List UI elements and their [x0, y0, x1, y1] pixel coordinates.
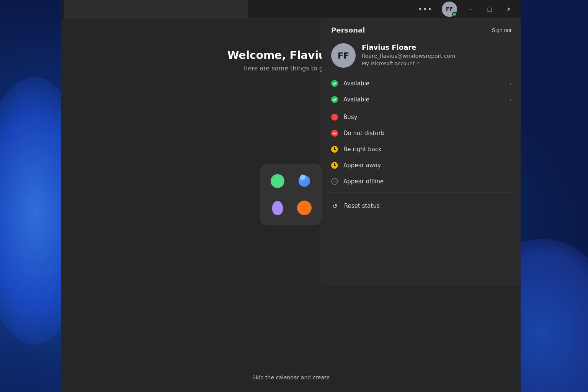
minimize-button[interactable]: –	[462, 3, 479, 15]
icon-cell-2	[292, 168, 317, 194]
clock-icon-brb	[331, 146, 338, 153]
window-controls: ••• FF – □ ✕	[413, 2, 518, 17]
icon-cell-3	[265, 195, 290, 220]
be-right-back-label: Be right back	[343, 146, 511, 153]
close-button[interactable]: ✕	[500, 3, 518, 15]
app-icon-grid	[260, 164, 322, 225]
status-item-available[interactable]: Available ›	[325, 91, 518, 108]
available-current-dot	[331, 80, 338, 87]
icon-cell-1	[265, 168, 290, 194]
title-bar: ••• FF – □ ✕	[61, 0, 521, 18]
panel-title: Personal	[331, 26, 365, 34]
available-dot	[331, 96, 338, 103]
user-info: Flavius Floare floare_flavius@windowsrep…	[362, 43, 455, 66]
chevron-right-icon-2: ›	[509, 96, 511, 103]
divider	[328, 193, 514, 193]
user-avatar: FF	[331, 43, 356, 68]
status-item-available-current[interactable]: Available ›	[325, 75, 518, 91]
reset-icon: ↺	[331, 202, 339, 210]
user-email: floare_flavius@windowsreport.com	[362, 53, 455, 59]
green-circle-icon	[271, 174, 284, 188]
available-label: Available	[343, 96, 504, 103]
maximize-button[interactable]: □	[481, 3, 498, 15]
checkmark-icon	[333, 82, 336, 85]
app-content: Welcome, Flavius Flo Here are some thing…	[61, 18, 521, 392]
dnd-label: Do not disturb	[343, 130, 511, 137]
microsoft-account-link[interactable]: My Microsoft account ↗	[362, 60, 455, 66]
profile-panel: Personal Sign out FF Flavius Floare floa…	[322, 18, 521, 286]
reset-status-button[interactable]: ↺ Reset status	[325, 198, 518, 214]
busy-label: Busy	[343, 114, 511, 121]
checkmark-icon-2	[333, 98, 336, 101]
status-item-appear-away[interactable]: Appear away	[325, 157, 518, 173]
icon-cell-4	[292, 195, 317, 220]
busy-dot	[331, 114, 338, 121]
orange-circle-icon	[297, 201, 312, 215]
status-item-appear-offline[interactable]: Appear offline	[325, 173, 518, 189]
status-current-section: Available › Available ›	[322, 75, 521, 108]
blue-circle-icon	[299, 175, 310, 187]
profile-avatar-button[interactable]: FF	[442, 2, 457, 17]
more-options-button[interactable]: •••	[413, 3, 437, 15]
appear-offline-label: Appear offline	[343, 178, 511, 185]
reset-status-label: Reset status	[344, 203, 380, 209]
app-window: ••• FF – □ ✕ Welcome, Flavius Flo Here a…	[61, 0, 521, 392]
available-current-label: Available	[343, 80, 504, 87]
avatar-initials: FF	[446, 6, 453, 12]
reset-status-section: ↺ Reset status	[322, 196, 521, 216]
user-profile-section: FF Flavius Floare floare_flavius@windows…	[322, 40, 521, 75]
appear-away-label: Appear away	[343, 162, 511, 169]
status-item-do-not-disturb[interactable]: Do not disturb	[325, 125, 518, 141]
status-options-section: Busy Do not disturb Be right back Appear…	[322, 109, 521, 189]
clock-icon-away	[331, 162, 338, 169]
dnd-dot	[331, 130, 338, 137]
tab-bar	[64, 0, 248, 18]
user-name: Flavius Floare	[362, 43, 455, 51]
offline-dot	[331, 178, 338, 185]
status-item-be-right-back[interactable]: Be right back	[325, 141, 518, 157]
skip-text: Skip the calendar and create	[252, 374, 330, 381]
user-avatar-initials: FF	[338, 51, 349, 60]
external-link-icon: ↗	[416, 61, 420, 66]
avatar-status-indicator	[452, 12, 457, 16]
chevron-right-icon: ›	[509, 80, 511, 87]
status-item-busy[interactable]: Busy	[325, 109, 518, 125]
purple-circle-icon	[272, 201, 283, 215]
panel-header: Personal Sign out	[322, 18, 521, 40]
sign-out-button[interactable]: Sign out	[492, 27, 511, 33]
